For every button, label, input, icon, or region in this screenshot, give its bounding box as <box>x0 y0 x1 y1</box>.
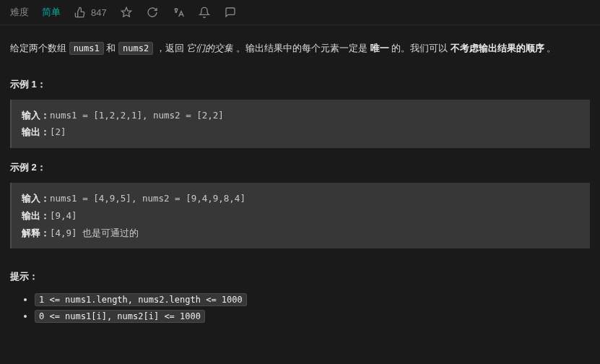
refresh-icon[interactable] <box>146 6 159 19</box>
hints-title: 提示： <box>10 270 590 283</box>
explain-value: [4,9] 也是可通过的 <box>50 228 139 238</box>
example-1: 示例 1： 输入：nums1 = [1,2,2,1], nums2 = [2,2… <box>10 78 590 149</box>
star-icon[interactable] <box>120 6 133 19</box>
problem-header: 难度 简单 847 <box>0 0 600 25</box>
input-value: nums1 = [1,2,2,1], nums2 = [2,2] <box>50 110 224 121</box>
input-label: 输入： <box>22 193 50 204</box>
input-value: nums1 = [4,9,5], nums2 = [9,4,9,8,4] <box>50 193 245 204</box>
hint-item: 0 <= nums1[i], nums2[i] <= 1000 <box>35 308 590 324</box>
svg-marker-0 <box>121 7 131 17</box>
translate-icon[interactable] <box>172 6 185 19</box>
feedback-icon[interactable] <box>224 6 237 19</box>
emphasis: 它们的交集 <box>186 43 233 53</box>
problem-description: 给定两个数组 nums1 和 nums2 ，返回 它们的交集 。输出结果中的每个… <box>10 40 590 58</box>
difficulty-label: 难度 <box>10 6 29 19</box>
hints-list: 1 <= nums1.length, nums2.length <= 1000 … <box>10 292 590 324</box>
output-label: 输出： <box>22 126 50 137</box>
like-button[interactable]: 847 <box>74 6 107 19</box>
explain-label: 解释： <box>22 228 50 238</box>
example-block: 输入：nums1 = [4,9,5], nums2 = [9,4,9,8,4] … <box>10 183 590 248</box>
output-value: [9,4] <box>50 210 77 221</box>
inline-code: nums2 <box>118 42 153 55</box>
hints-section: 提示： 1 <= nums1.length, nums2.length <= 1… <box>10 270 590 324</box>
bold-text: 唯一 <box>370 43 389 53</box>
example-2: 示例 2： 输入：nums1 = [4,9,5], nums2 = [9,4,9… <box>10 161 590 248</box>
example-title: 示例 2： <box>10 161 590 174</box>
hint-item: 1 <= nums1.length, nums2.length <= 1000 <box>35 292 590 308</box>
inline-code: nums1 <box>69 42 104 55</box>
output-label: 输出： <box>22 210 50 221</box>
bold-text: 不考虑输出结果的顺序 <box>451 43 544 53</box>
example-block: 输入：nums1 = [1,2,2,1], nums2 = [2,2] 输出：[… <box>10 100 590 149</box>
thumbs-up-icon <box>74 6 87 19</box>
problem-content: 给定两个数组 nums1 和 nums2 ，返回 它们的交集 。输出结果中的每个… <box>0 25 600 332</box>
output-value: [2] <box>50 126 66 137</box>
difficulty-value: 简单 <box>42 6 61 19</box>
likes-count: 847 <box>91 7 107 18</box>
input-label: 输入： <box>22 110 50 121</box>
bell-icon[interactable] <box>198 6 211 19</box>
example-title: 示例 1： <box>10 78 590 91</box>
